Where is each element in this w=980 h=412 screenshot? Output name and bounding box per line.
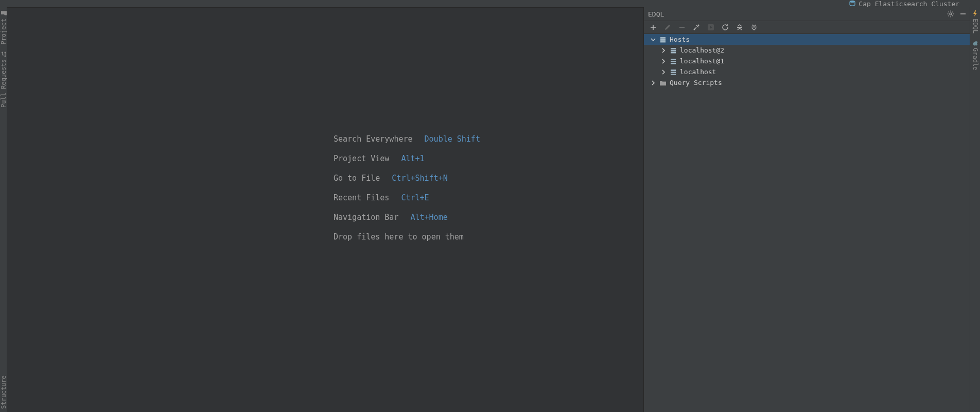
drop-hint: Drop files here to open them (334, 233, 480, 241)
hint-row: Recent Files Ctrl+E (334, 194, 480, 202)
hint-row: Go to File Ctrl+Shift+N (334, 175, 480, 182)
remove-icon[interactable] (678, 23, 686, 31)
run-icon[interactable] (707, 23, 715, 31)
svg-rect-22 (660, 41, 666, 43)
svg-rect-13 (960, 13, 966, 14)
tree-label: localhost@1 (680, 57, 724, 65)
tree-label: Query Scripts (670, 79, 722, 87)
svg-line-12 (949, 15, 949, 16)
hint-label: Navigation Bar (334, 213, 398, 222)
right-tool-strip: EDQL Gradle (970, 7, 980, 412)
hint-shortcut: Alt+1 (401, 154, 424, 163)
hint-label: Search Everywhere (334, 134, 413, 144)
hint-label: Project View (334, 154, 389, 163)
tab-label: Gradle (972, 48, 979, 70)
right-tab-edql[interactable]: EDQL (972, 7, 979, 37)
chevron-right-icon[interactable] (650, 80, 656, 86)
hint-row: Navigation Bar Alt+Home (334, 214, 480, 221)
top-toolbar: Cap Elasticsearch Cluster (0, 0, 980, 7)
tab-label: EDQL (972, 19, 979, 33)
database-icon (849, 0, 855, 8)
chevron-right-icon[interactable] (660, 58, 667, 64)
svg-rect-30 (671, 72, 676, 73)
svg-rect-21 (660, 39, 666, 41)
tab-label: Pull Requests (0, 59, 7, 108)
svg-point-16 (698, 25, 699, 26)
chevron-down-icon[interactable] (650, 37, 656, 43)
svg-rect-20 (660, 37, 666, 39)
svg-point-15 (694, 29, 695, 30)
collapse-all-icon[interactable] (750, 23, 758, 31)
svg-line-10 (952, 15, 953, 16)
tree-node-query-scripts[interactable]: Query Scripts (644, 77, 970, 88)
expand-all-icon[interactable] (736, 23, 744, 31)
svg-rect-25 (671, 52, 676, 54)
svg-rect-27 (671, 61, 676, 62)
refresh-icon[interactable] (721, 23, 729, 31)
hint-row: Search Everywhere Double Shift (334, 135, 480, 143)
server-list-icon (659, 36, 667, 43)
svg-rect-14 (679, 27, 685, 28)
hint-shortcut: Alt+Home (410, 213, 447, 222)
editor-area[interactable]: Search Everywhere Double Shift Project V… (7, 7, 643, 412)
cap-cluster-label[interactable]: Cap Elasticsearch Cluster (859, 0, 959, 8)
svg-point-0 (850, 1, 855, 3)
edql-tree: Hosts localhost@2 (644, 34, 970, 412)
hint-shortcut: Ctrl+Shift+N (392, 174, 447, 183)
svg-rect-23 (671, 48, 676, 49)
tree-node-hosts[interactable]: Hosts (644, 34, 970, 45)
tools-icon[interactable] (692, 23, 701, 31)
svg-line-11 (952, 12, 953, 12)
tree-node-host[interactable]: localhost@1 (644, 56, 970, 66)
svg-rect-28 (671, 63, 676, 64)
server-icon (670, 68, 677, 76)
svg-rect-31 (671, 74, 676, 75)
chevron-right-icon[interactable] (660, 47, 667, 54)
svg-line-9 (949, 12, 949, 12)
tree-label: localhost (680, 68, 716, 76)
panel-title-label: EDQL (648, 10, 664, 18)
panel-toolbar (644, 21, 970, 34)
svg-point-3 (2, 52, 3, 53)
svg-rect-26 (671, 59, 676, 60)
hint-shortcut: Double Shift (425, 134, 480, 144)
add-icon[interactable] (649, 23, 657, 31)
tree-node-host[interactable]: localhost@2 (644, 45, 970, 56)
hint-label: Go to File (334, 174, 380, 183)
right-tab-gradle[interactable]: Gradle (972, 37, 979, 73)
lightning-icon (972, 10, 979, 16)
left-tab-pull-requests[interactable]: Pull Requests (0, 48, 7, 111)
left-tab-project[interactable]: Project (0, 7, 7, 48)
hint-row: Project View Alt+1 (334, 155, 480, 163)
tree-label: Hosts (670, 36, 690, 43)
svg-rect-24 (671, 50, 676, 52)
svg-rect-29 (671, 70, 676, 71)
left-tab-structure[interactable]: Structure (0, 372, 7, 412)
hint-label: Recent Files (334, 193, 389, 202)
edit-icon[interactable] (663, 23, 672, 31)
svg-point-4 (950, 13, 952, 15)
folder-icon (1, 10, 7, 16)
tree-label: localhost@2 (680, 46, 724, 54)
tab-label: Project (0, 19, 7, 45)
left-tool-strip: Project Pull Requests Structure (0, 7, 7, 412)
edql-panel: EDQL (643, 7, 970, 412)
hint-shortcut: Ctrl+E (401, 193, 429, 202)
chevron-right-icon[interactable] (660, 69, 667, 75)
folder-icon (659, 79, 667, 87)
pull-request-icon (1, 51, 7, 57)
gear-icon[interactable] (947, 10, 954, 18)
editor-hints: Search Everywhere Double Shift Project V… (334, 135, 480, 253)
tree-node-host[interactable]: localhost (644, 66, 970, 77)
tab-label: Structure (0, 375, 7, 409)
server-icon (670, 58, 677, 65)
svg-point-2 (5, 52, 6, 53)
minimize-icon[interactable] (959, 10, 967, 18)
gradle-icon (972, 40, 979, 46)
server-icon (670, 47, 677, 54)
panel-title-bar: EDQL (644, 7, 970, 21)
